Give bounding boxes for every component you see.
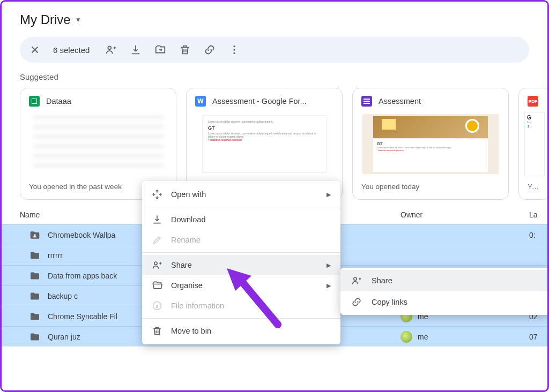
card-title: Dataaa <box>46 97 71 105</box>
suggested-heading: Suggested <box>2 70 547 88</box>
svg-point-7 <box>354 277 357 280</box>
shared-folder-icon <box>29 230 40 240</box>
copy-link-button[interactable] <box>203 43 216 56</box>
submenu-share[interactable]: Share <box>340 270 549 291</box>
folder-icon <box>29 272 40 280</box>
submenu-label: Copy links <box>372 298 407 306</box>
menu-share[interactable]: Share ▶ <box>142 255 340 275</box>
breadcrumb-title: My Drive <box>20 12 71 27</box>
menu-label: File information <box>171 301 331 310</box>
avatar <box>400 331 412 343</box>
submenu-copy-links[interactable]: Copy links <box>340 291 549 313</box>
chevron-right-icon: ▶ <box>327 262 331 269</box>
open-with-icon <box>152 189 162 200</box>
svg-point-3 <box>234 52 235 54</box>
svg-point-2 <box>234 49 235 50</box>
trash-icon <box>152 326 162 336</box>
overflow-button[interactable] <box>228 43 241 56</box>
download-icon <box>152 214 162 225</box>
chevron-down-icon: ▼ <box>75 16 81 24</box>
person-add-icon <box>152 260 162 270</box>
file-name: Quran juz <box>48 333 80 341</box>
breadcrumb[interactable]: My Drive ▼ <box>2 2 547 33</box>
card-preview: GLor1. <box>524 112 545 176</box>
card-preview: GTLorem ipsum dolor sit amet, consectetu… <box>358 112 503 176</box>
menu-rename: Rename <box>142 230 340 250</box>
svg-point-0 <box>108 46 112 49</box>
docs-icon: W <box>195 96 206 107</box>
file-name: Chrome Syncable Fil <box>48 312 117 321</box>
menu-label: Rename <box>171 236 331 244</box>
folder-icon <box>29 312 40 321</box>
menu-label: Download <box>171 215 331 224</box>
download-button[interactable] <box>129 43 142 56</box>
menu-label: Organise <box>171 281 318 290</box>
svg-point-4 <box>34 234 35 236</box>
menu-organise[interactable]: Organise ▶ <box>142 275 340 296</box>
close-icon <box>29 44 41 56</box>
person-add-icon <box>351 275 362 286</box>
suggested-card[interactable]: PDF GLor1. You o <box>518 88 549 200</box>
card-footer: You opened today <box>353 176 508 199</box>
card-footer: You o <box>519 176 549 199</box>
selection-toolbar: 6 selected <box>20 37 529 63</box>
menu-open-with[interactable]: Open with ▶ <box>142 184 340 205</box>
owner-name: me <box>418 333 428 341</box>
file-name: backup c <box>48 292 78 300</box>
drive-move-icon <box>154 44 166 56</box>
col-owner[interactable]: Owner <box>400 210 529 219</box>
selection-count: 6 selected <box>53 46 90 55</box>
chevron-right-icon: ▶ <box>327 282 331 289</box>
card-preview <box>26 112 170 176</box>
chevron-right-icon: ▶ <box>327 191 331 198</box>
divider <box>142 207 340 207</box>
clear-selection-button[interactable] <box>28 43 41 56</box>
menu-move-to-bin[interactable]: Move to bin <box>142 321 340 341</box>
forms-icon <box>361 96 372 107</box>
menu-download[interactable]: Download <box>142 209 340 230</box>
folder-open-icon <box>152 280 162 291</box>
share-button[interactable] <box>105 43 117 56</box>
col-last[interactable]: La <box>529 210 538 219</box>
trash-icon <box>179 44 191 56</box>
link-icon <box>204 44 216 56</box>
folder-icon <box>29 251 40 260</box>
divider <box>142 252 340 253</box>
info-icon <box>152 300 162 311</box>
folder-icon <box>29 292 40 300</box>
share-submenu: Share Copy links <box>340 268 549 315</box>
sheets-icon <box>29 96 40 107</box>
menu-label: Move to bin <box>171 327 331 335</box>
divider <box>142 318 340 319</box>
folder-icon <box>29 333 40 341</box>
menu-file-information: File information <box>142 296 340 316</box>
rename-icon <box>152 235 162 245</box>
card-title: Assessment - Google For... <box>212 97 307 105</box>
menu-label: Share <box>171 261 318 269</box>
move-button[interactable] <box>154 43 167 56</box>
svg-point-1 <box>234 46 235 47</box>
svg-point-5 <box>154 262 157 265</box>
link-icon <box>351 297 362 307</box>
context-menu: Open with ▶ Download Rename Share ▶ Orga… <box>142 181 340 344</box>
submenu-label: Share <box>372 276 392 285</box>
card-title: Assessment <box>379 97 421 105</box>
suggested-card[interactable]: Assessment GTLorem ipsum dolor sit amet,… <box>352 88 509 200</box>
last-modified: 07 <box>529 333 538 341</box>
file-name: rrrrrr <box>48 251 63 260</box>
file-name: Chromebook Wallpa <box>48 231 115 239</box>
last-modified: 0: <box>529 231 536 239</box>
person-add-icon <box>105 44 117 56</box>
file-name: Data from apps back <box>48 272 117 280</box>
download-icon <box>130 44 142 56</box>
menu-label: Open with <box>171 190 318 199</box>
card-preview: Lorem ipsum dolor sit amet, consectetur … <box>192 112 337 176</box>
pdf-icon: PDF <box>528 96 538 107</box>
more-vert-icon <box>228 44 240 56</box>
delete-button[interactable] <box>179 43 191 56</box>
